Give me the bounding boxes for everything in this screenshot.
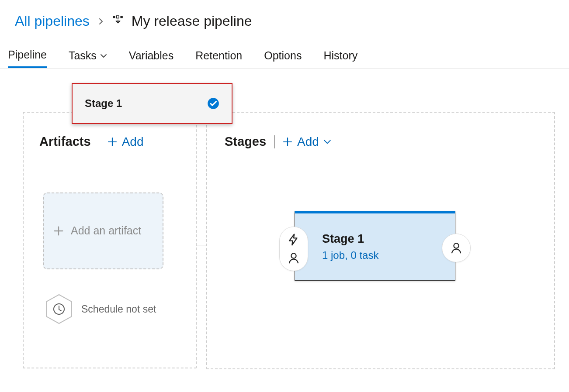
svg-rect-1 [117,16,119,18]
plus-icon [282,137,293,147]
breadcrumb: All pipelines My release pipeline [0,0,569,40]
pipeline-type-icon [112,13,124,29]
clock-hexagon-icon [45,294,73,324]
svg-point-7 [454,243,458,248]
tab-history[interactable]: History [323,48,357,68]
stages-header: Stages Add [225,134,537,149]
tab-options[interactable]: Options [264,48,302,68]
artifacts-header: Artifacts Add [39,134,180,149]
trigger-lightning-icon [287,233,300,246]
add-stage-label: Add [297,135,319,149]
tab-tasks[interactable]: Tasks [69,48,107,68]
add-artifact-label: Add [122,135,144,149]
separator [274,135,274,148]
tasks-dropdown-stage-label: Stage 1 [85,97,122,110]
chevron-down-icon [100,52,107,59]
person-icon [287,251,300,265]
stage-card-name: Stage 1 [322,232,455,246]
tab-retention[interactable]: Retention [195,48,242,68]
plus-icon [107,137,118,147]
add-artifact-placeholder[interactable]: Add an artifact [43,193,163,269]
artifacts-title: Artifacts [39,134,91,149]
chevron-down-icon [323,138,331,146]
add-artifact-button[interactable]: Add [107,135,144,149]
artifacts-panel: Artifacts Add Add an artifact [23,112,197,368]
tab-pipeline[interactable]: Pipeline [8,48,47,68]
person-icon [450,241,463,254]
tab-variables[interactable]: Variables [129,48,173,68]
svg-rect-2 [120,16,122,18]
schedule-trigger[interactable]: Schedule not set [45,294,180,324]
svg-point-6 [291,253,296,258]
pipeline-canvas: Artifacts Add Add an artifact [23,112,556,375]
svg-point-3 [208,98,219,109]
svg-rect-0 [113,16,115,18]
add-stage-button[interactable]: Add [282,135,331,149]
separator [99,135,99,148]
tasks-dropdown-item[interactable]: Stage 1 [72,83,232,124]
checkmark-circle-icon [207,97,219,110]
page-title: My release pipeline [132,13,252,29]
stage-card-detail-link[interactable]: 1 job, 0 task [322,249,455,261]
stages-title: Stages [225,134,266,149]
tabs-bar: Pipeline Tasks Variables Retention Optio… [0,48,569,69]
pre-deployment-conditions-button[interactable] [279,227,308,271]
plus-icon [52,225,65,237]
schedule-trigger-text: Schedule not set [81,303,156,316]
stage-card[interactable]: Stage 1 1 job, 0 task [295,211,455,281]
chevron-right-icon [97,18,104,25]
add-artifact-placeholder-text: Add an artifact [71,224,141,237]
breadcrumb-root-link[interactable]: All pipelines [15,13,90,29]
stages-panel: Stages Add Stage 1 [206,112,555,369]
post-deployment-conditions-button[interactable] [442,234,471,262]
